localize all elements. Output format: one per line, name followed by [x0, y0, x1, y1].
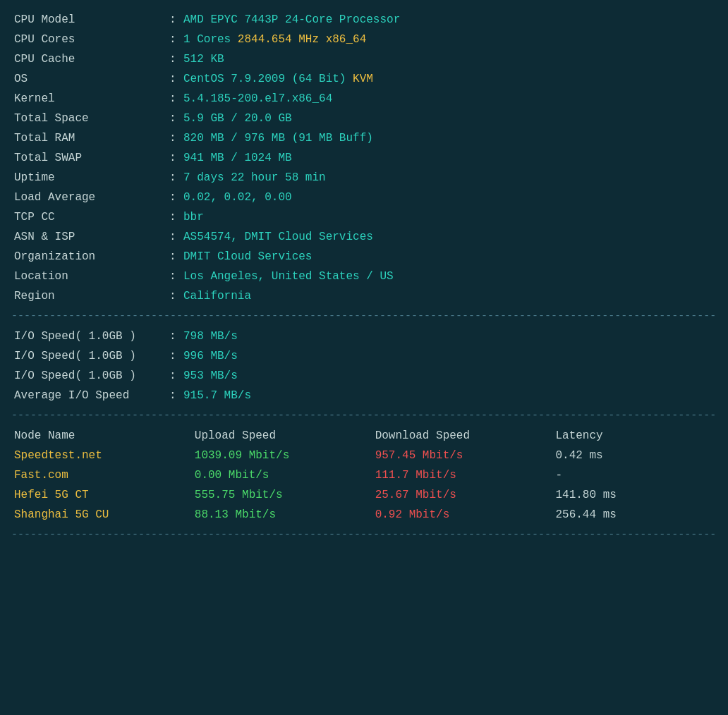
network-download-1: 111.7 Mbit/s: [372, 465, 553, 485]
kernel-value: 5.4.185-200.el7.x86_64: [181, 89, 717, 109]
divider-2: ----------------------------------------…: [11, 410, 717, 422]
org-colon: :: [166, 247, 181, 267]
location-colon: :: [166, 267, 181, 286]
io-speed-1-colon: :: [166, 326, 181, 346]
asn-isp-value: AS54574, DMIT Cloud Services: [181, 227, 717, 247]
cpu-model-label: CPU Model: [11, 10, 166, 30]
network-node-3: Shanghai 5G CU: [11, 505, 192, 525]
io-speed-2-label: I/O Speed( 1.0GB ): [11, 346, 166, 366]
avg-io-speed-label: Average I/O Speed: [11, 386, 166, 405]
total-ram-row: Total RAM : 820 MB / 976 MB (91 MB Buff): [11, 128, 717, 148]
total-space-label: Total Space: [11, 109, 166, 128]
os-value: CentOS 7.9.2009 (64 Bit) KVM: [181, 69, 717, 89]
cpu-cores-colon: :: [166, 30, 181, 49]
total-space-colon: :: [166, 109, 181, 128]
location-row: Location : Los Angeles, United States / …: [11, 267, 717, 286]
uptime-row: Uptime : 7 days 22 hour 58 min: [11, 168, 717, 188]
io-speed-1-row: I/O Speed( 1.0GB ) : 798 MB/s: [11, 326, 717, 346]
network-latency-1: -: [552, 465, 717, 485]
os-row: OS : CentOS 7.9.2009 (64 Bit) KVM: [11, 69, 717, 89]
io-speed-2-row: I/O Speed( 1.0GB ) : 996 MB/s: [11, 346, 717, 366]
cpu-model-colon: :: [166, 10, 181, 30]
total-space-value: 5.9 GB / 20.0 GB: [181, 109, 717, 128]
load-avg-value: 0.02, 0.02, 0.00: [181, 188, 717, 207]
avg-io-speed-colon: :: [166, 386, 181, 405]
org-label: Organization: [11, 247, 166, 267]
cpu-cache-colon: :: [166, 49, 181, 69]
location-value: Los Angeles, United States / US: [181, 267, 717, 286]
system-info-section: CPU Model : AMD EPYC 7443P 24-Core Proce…: [11, 10, 717, 306]
asn-isp-label: ASN & ISP: [11, 227, 166, 247]
io-speed-3-row: I/O Speed( 1.0GB ) : 953 MB/s: [11, 366, 717, 386]
uptime-label: Uptime: [11, 168, 166, 188]
io-speed-1-label: I/O Speed( 1.0GB ): [11, 326, 166, 346]
uptime-value: 7 days 22 hour 58 min: [181, 168, 717, 188]
region-label: Region: [11, 286, 166, 306]
network-row: Speedtest.net1039.09 Mbit/s957.45 Mbit/s…: [11, 446, 717, 465]
tcp-cc-label: TCP CC: [11, 207, 166, 227]
io-speed-table: I/O Speed( 1.0GB ) : 798 MB/s I/O Speed(…: [11, 326, 717, 405]
network-upload-0: 1039.09 Mbit/s: [192, 446, 372, 465]
total-ram-colon: :: [166, 128, 181, 148]
system-info-table: CPU Model : AMD EPYC 7443P 24-Core Proce…: [11, 10, 717, 306]
network-section: Node Name Upload Speed Download Speed La…: [11, 426, 717, 525]
io-speed-2-value: 996 MB/s: [181, 346, 717, 366]
io-speed-3-label: I/O Speed( 1.0GB ): [11, 366, 166, 386]
total-ram-label: Total RAM: [11, 128, 166, 148]
cpu-cores-count: 1 Cores: [183, 33, 231, 46]
region-colon: :: [166, 286, 181, 306]
avg-io-speed-row: Average I/O Speed : 915.7 MB/s: [11, 386, 717, 405]
tcp-cc-value: bbr: [181, 207, 717, 227]
network-node-2: Hefei 5G CT: [11, 485, 192, 505]
cpu-model-row: CPU Model : AMD EPYC 7443P 24-Core Proce…: [11, 10, 717, 30]
load-avg-colon: :: [166, 188, 181, 207]
network-download-3: 0.92 Mbit/s: [372, 505, 553, 525]
network-upload-3: 88.13 Mbit/s: [192, 505, 372, 525]
load-avg-row: Load Average : 0.02, 0.02, 0.00: [11, 188, 717, 207]
col-upload-header: Upload Speed: [192, 426, 372, 446]
network-row: Hefei 5G CT555.75 Mbit/s25.67 Mbit/s141.…: [11, 485, 717, 505]
network-rows-body: Speedtest.net1039.09 Mbit/s957.45 Mbit/s…: [11, 446, 717, 525]
region-row: Region : California: [11, 286, 717, 306]
network-upload-2: 555.75 Mbit/s: [192, 485, 372, 505]
cpu-model-value: AMD EPYC 7443P 24-Core Processor: [181, 10, 717, 30]
network-download-2: 25.67 Mbit/s: [372, 485, 553, 505]
region-value: California: [181, 286, 717, 306]
asn-isp-colon: :: [166, 227, 181, 247]
tcp-cc-colon: :: [166, 207, 181, 227]
os-label: OS: [11, 69, 166, 89]
avg-io-speed-value: 915.7 MB/s: [181, 386, 717, 405]
kernel-row: Kernel : 5.4.185-200.el7.x86_64: [11, 89, 717, 109]
network-upload-1: 0.00 Mbit/s: [192, 465, 372, 485]
total-ram-value: 820 MB / 976 MB (91 MB Buff): [181, 128, 717, 148]
os-colon: :: [166, 69, 181, 89]
total-swap-label: Total SWAP: [11, 148, 166, 168]
total-swap-value: 941 MB / 1024 MB: [181, 148, 717, 168]
cpu-cores-value: 1 Cores 2844.654 MHz x86_64: [181, 30, 717, 49]
org-row: Organization : DMIT Cloud Services: [11, 247, 717, 267]
network-row: Fast.com0.00 Mbit/s111.7 Mbit/s-: [11, 465, 717, 485]
divider-3: ----------------------------------------…: [11, 529, 717, 541]
location-label: Location: [11, 267, 166, 286]
network-node-1: Fast.com: [11, 465, 192, 485]
network-row: Shanghai 5G CU88.13 Mbit/s0.92 Mbit/s256…: [11, 505, 717, 525]
cpu-cores-freq: 2844.654 MHz x86_64: [231, 33, 366, 46]
cpu-cores-row: CPU Cores : 1 Cores 2844.654 MHz x86_64: [11, 30, 717, 49]
cpu-cache-value: 512 KB: [181, 49, 717, 69]
total-swap-row: Total SWAP : 941 MB / 1024 MB: [11, 148, 717, 168]
network-latency-2: 141.80 ms: [552, 485, 717, 505]
io-speed-1-value: 798 MB/s: [181, 326, 717, 346]
tcp-cc-row: TCP CC : bbr: [11, 207, 717, 227]
divider-1: ----------------------------------------…: [11, 310, 717, 322]
kernel-label: Kernel: [11, 89, 166, 109]
io-speed-3-value: 953 MB/s: [181, 366, 717, 386]
cpu-cache-label: CPU Cache: [11, 49, 166, 69]
total-space-row: Total Space : 5.9 GB / 20.0 GB: [11, 109, 717, 128]
kernel-colon: :: [166, 89, 181, 109]
network-header-row: Node Name Upload Speed Download Speed La…: [11, 426, 717, 446]
asn-isp-row: ASN & ISP : AS54574, DMIT Cloud Services: [11, 227, 717, 247]
org-value: DMIT Cloud Services: [181, 247, 717, 267]
network-download-0: 957.45 Mbit/s: [372, 446, 553, 465]
os-kvm: KVM: [346, 73, 372, 85]
uptime-colon: :: [166, 168, 181, 188]
